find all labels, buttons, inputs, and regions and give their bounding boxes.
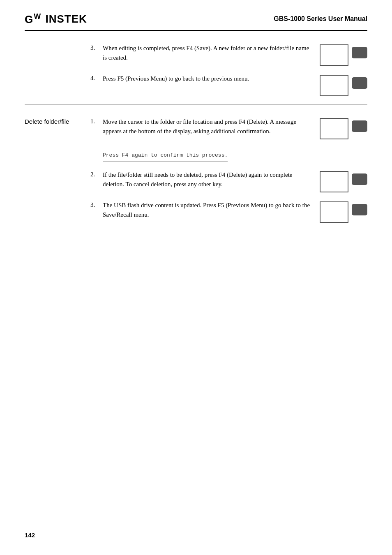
page-number: 142 xyxy=(25,532,35,539)
manual-title: GBS-1000 Series User Manual xyxy=(274,15,367,23)
step-3-continue: 3. When editing is completed, press F4 (… xyxy=(25,44,367,66)
section-label-delete-2 xyxy=(25,170,90,171)
screen-display-delete-2 xyxy=(320,171,348,192)
logo: GW INSTEK xyxy=(25,12,87,26)
section-label-delete: Delete folder/file xyxy=(25,117,90,125)
confirmation-message: Press F4 again to confirm this process. xyxy=(103,150,228,162)
delete-step-2-image xyxy=(320,170,367,192)
delete-step-2-text: If the file/folder still needs to be del… xyxy=(103,170,316,190)
delete-step-number-3: 3. xyxy=(90,201,103,208)
delete-step-number-2: 2. xyxy=(90,170,103,178)
delete-step-1-image xyxy=(320,117,367,139)
key-button-delete-2 xyxy=(352,173,367,185)
delete-step-3-image xyxy=(320,201,367,223)
step-number-4: 4. xyxy=(90,74,103,82)
step-4-image xyxy=(320,74,367,96)
key-button-delete-3 xyxy=(352,204,367,215)
step-3-text: When editing is completed, press F4 (Sav… xyxy=(103,44,316,63)
key-button-3 xyxy=(352,47,367,58)
step-4-text: Press F5 (Previous Menu) to go back to t… xyxy=(103,74,316,83)
section-label-empty-1 xyxy=(25,44,90,44)
delete-step-1: Delete folder/file 1. Move the cursor to… xyxy=(25,113,367,162)
delete-step-3: 3. The USB flash drive content is update… xyxy=(25,201,367,223)
screen-display-3 xyxy=(320,44,348,66)
page: GW INSTEK GBS-1000 Series User Manual 3.… xyxy=(0,0,392,555)
delete-step-3-text: The USB flash drive content is updated. … xyxy=(103,201,316,220)
screen-display-delete-3 xyxy=(320,201,348,223)
logo-instek: INSTEK xyxy=(45,13,87,25)
step-3-image xyxy=(320,44,367,66)
delete-step-1-text: Move the cursor to the folder or file lo… xyxy=(103,117,316,162)
screen-display-4 xyxy=(320,75,348,96)
logo-gw: GW xyxy=(25,12,45,26)
section-label-empty-2 xyxy=(25,74,90,75)
section-label-delete-3 xyxy=(25,201,90,201)
section-separator xyxy=(25,104,367,105)
step-4-continue: 4. Press F5 (Previous Menu) to go back t… xyxy=(25,74,367,96)
page-header: GW INSTEK GBS-1000 Series User Manual xyxy=(25,12,367,31)
content-area: 3. When editing is completed, press F4 (… xyxy=(25,44,367,223)
instruction-table: 3. When editing is completed, press F4 (… xyxy=(25,44,367,223)
screen-display-delete-1 xyxy=(320,118,348,139)
page-footer: 142 xyxy=(25,532,35,539)
step-number-3: 3. xyxy=(90,44,103,51)
key-button-4 xyxy=(352,77,367,89)
delete-step-number-1: 1. xyxy=(90,117,103,125)
delete-step-2: 2. If the file/folder still needs to be … xyxy=(25,170,367,192)
key-button-delete-1 xyxy=(352,120,367,132)
